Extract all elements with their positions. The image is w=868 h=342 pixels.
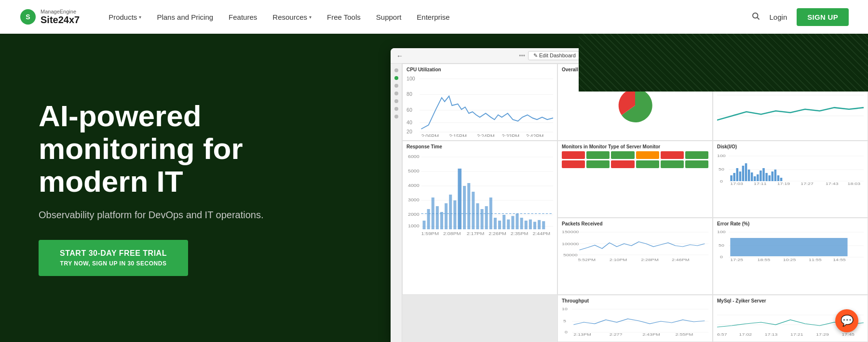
svg-rect-55 [489, 197, 492, 229]
packets-received-chart: 150000 100000 50000 5:52PM 2:10PM 2:28PM… [562, 228, 708, 262]
nav-products[interactable]: Products ▾ [108, 13, 141, 21]
widget-packets-sent: Packets Sent 6:57 17:02 17:07 17:12 17:2… [713, 64, 868, 141]
sidebar-dot [394, 107, 398, 111]
widget-monitor-type: Monitors in Monitor Type of Server Monit… [557, 141, 713, 218]
svg-rect-58 [502, 215, 505, 229]
svg-rect-57 [498, 221, 501, 229]
svg-text:17:07: 17:07 [765, 136, 778, 137]
response-time-chart: 6000 5000 4000 3000 2000 1000 [407, 151, 553, 238]
svg-text:100: 100 [717, 154, 726, 158]
svg-rect-59 [507, 220, 510, 229]
svg-text:4000: 4000 [408, 184, 420, 188]
nav-resources[interactable]: Resources ▾ [272, 13, 312, 21]
dashboard-body: CPU Utilization 100 80 60 40 20 [391, 64, 868, 342]
svg-text:2:06PM: 2:06PM [421, 133, 439, 137]
svg-rect-82 [736, 168, 739, 181]
monitor-grid [562, 151, 708, 168]
error-rate-chart: 100 50 0 17:25 18:55 10:25 11:55 14:55 [717, 228, 864, 262]
svg-text:6:57: 6:57 [717, 333, 727, 337]
sidebar-dot [394, 84, 398, 88]
svg-rect-87 [751, 172, 753, 181]
hero-left: AI-powered monitoring for modern IT Obse… [0, 34, 376, 342]
search-icon [751, 12, 760, 20]
share-label: Share This [697, 53, 722, 59]
svg-text:17:22: 17:22 [816, 136, 829, 137]
toolbar-dots: ••• [519, 53, 525, 59]
logo-area[interactable]: S ManageEngine Site24x7 [19, 8, 80, 26]
svg-text:17:45: 17:45 [841, 333, 854, 337]
nav-plans[interactable]: Plans and Pricing [157, 13, 213, 21]
svg-rect-85 [745, 163, 747, 181]
chevron-down-icon: ▾ [309, 14, 312, 20]
widget-packets-received: Packets Received 150000 100000 50000 5:5… [557, 218, 713, 295]
nav-free-tools[interactable]: Free Tools [327, 13, 361, 21]
moon-icon[interactable]: ☽ [825, 53, 829, 59]
monitor-cell [685, 151, 708, 159]
navbar: S ManageEngine Site24x7 Products ▾ Plans… [0, 0, 868, 34]
hero-subtitle: Observability platform for DevOps and IT… [39, 210, 338, 221]
widget-response-time-title: Response Time [407, 144, 553, 149]
svg-text:17:19: 17:19 [777, 182, 790, 185]
nav-features[interactable]: Features [229, 13, 257, 21]
edit-dashboard-button[interactable]: ✎ Edit Dashboard [528, 51, 581, 60]
dashboard-preview: ← ••• ✎ Edit Dashboard Share This Raw No… [391, 48, 868, 342]
svg-text:2:27?: 2:27? [610, 333, 623, 337]
svg-text:2:17PM: 2:17PM [467, 231, 485, 236]
back-icon[interactable]: ← [396, 52, 403, 60]
throughput-chart: 10 5 0 2:13PM 2:27? 2:43PM 2:55PM [562, 305, 708, 337]
svg-text:50000: 50000 [563, 253, 578, 257]
svg-text:60: 60 [407, 107, 412, 113]
svg-rect-51 [472, 192, 475, 229]
chat-button[interactable]: 💬 [835, 309, 858, 332]
svg-rect-96 [777, 175, 780, 181]
svg-text:17:29: 17:29 [816, 333, 829, 337]
widget-packets-sent-title: Packets Sent [717, 67, 864, 72]
cta-sub-label: TRY NOW, SIGN UP IN 30 SECONDS [52, 260, 175, 268]
svg-rect-42 [432, 197, 434, 229]
widget-error-rate-title: Error Rate (%) [717, 221, 864, 226]
sidebar-dot [394, 68, 398, 72]
svg-text:5:52PM: 5:52PM [578, 258, 596, 262]
svg-rect-80 [730, 175, 732, 181]
svg-text:17:21: 17:21 [790, 333, 803, 337]
svg-text:50: 50 [719, 244, 724, 248]
svg-rect-97 [780, 178, 783, 181]
nav-right: Login SIGN UP [751, 8, 849, 26]
widget-disk-util: Overall Disk Utilization Report of Zyike… [557, 64, 713, 141]
svg-rect-95 [774, 170, 777, 181]
cta-button[interactable]: START 30-DAY FREE TRIAL TRY NOW, SIGN UP… [39, 240, 188, 276]
widget-cpu-title: CPU Utilization [407, 67, 553, 72]
widget-period-tag[interactable]: Widget Level Period ▾ [767, 52, 820, 60]
login-link[interactable]: Login [770, 13, 787, 21]
page-tips-tag[interactable]: Page Tips [833, 52, 862, 59]
signup-button[interactable]: SIGN UP [797, 8, 849, 26]
svg-text:50: 50 [719, 168, 724, 171]
svg-text:2000: 2000 [408, 212, 420, 217]
svg-rect-54 [485, 206, 488, 229]
toolbar-right: Share This Raw Now Widget Level Period ▾… [697, 52, 862, 60]
nav-support[interactable]: Support [376, 13, 402, 21]
svg-text:10:25: 10:25 [783, 258, 796, 262]
raw-tag[interactable]: Raw [726, 52, 743, 60]
svg-rect-67 [542, 221, 545, 229]
search-button[interactable] [751, 12, 760, 23]
svg-text:10: 10 [562, 307, 568, 311]
nav-enterprise[interactable]: Enterprise [417, 13, 449, 21]
monitor-cell [661, 160, 684, 168]
monitor-cell [562, 151, 585, 159]
widget-cpu: CPU Utilization 100 80 60 40 20 [402, 64, 557, 141]
monitor-cell [562, 160, 585, 168]
svg-point-2 [753, 13, 758, 18]
monitor-cell [586, 151, 610, 159]
svg-text:2:08PM: 2:08PM [443, 231, 461, 236]
svg-text:17:11: 17:11 [754, 182, 767, 185]
svg-rect-47 [453, 200, 456, 229]
now-tag[interactable]: Now [746, 52, 763, 60]
dashboard-grid: CPU Utilization 100 80 60 40 20 [402, 64, 868, 342]
dashboard-toolbar: ← ••• ✎ Edit Dashboard Share This Raw No… [391, 48, 868, 64]
svg-text:17:13: 17:13 [765, 333, 778, 337]
sidebar-dot [394, 99, 398, 103]
svg-rect-63 [525, 221, 528, 229]
svg-rect-45 [445, 203, 448, 229]
svg-text:17:25: 17:25 [730, 258, 743, 262]
